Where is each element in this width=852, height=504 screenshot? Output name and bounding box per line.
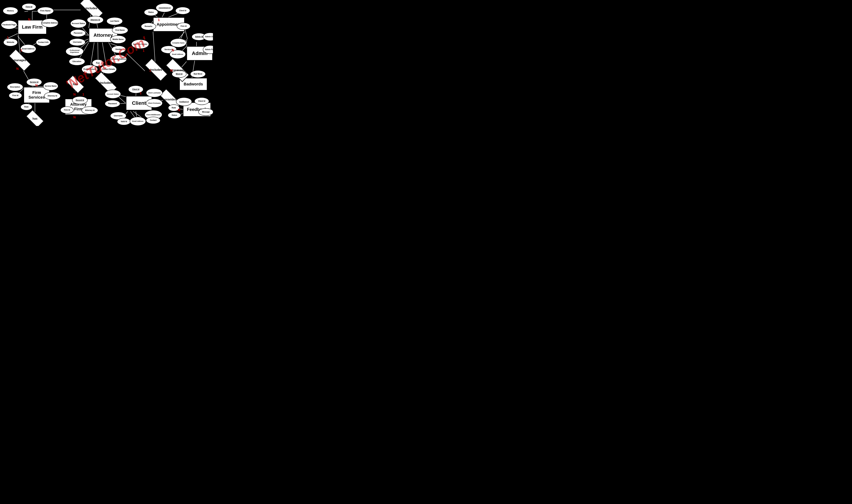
attr-contact-info: Contact Info — [36, 38, 51, 46]
attr-username-att: Username — [69, 38, 85, 46]
attr-feedback-id: Feedback Id — [176, 97, 192, 106]
card-appt-n1: N — [172, 49, 174, 52]
card-has-1: 1 — [82, 93, 84, 96]
attr-first-name: First Name — [112, 26, 128, 34]
attr-attorney-id-fs: Attorney Id — [44, 92, 61, 100]
attr-firm-id-lf: Firm Id — [22, 3, 36, 11]
card-manages-n: N — [16, 67, 19, 71]
attr-appt-id: Appointment Id — [156, 3, 173, 12]
svg-line-1 — [24, 11, 28, 12]
card-appt-1b: 1 — [143, 49, 144, 53]
attr-complete-addr-att: Complete Address — [110, 55, 127, 64]
attr-contact-cl: Contact — [146, 117, 160, 124]
diamond-includes-top: includes — [80, 3, 103, 13]
attr-client-id-fb: Client Id — [194, 97, 209, 105]
attr-prof-exp: Professional Experience — [66, 47, 84, 56]
attr-service-name: Service Name — [43, 82, 58, 90]
card-incl-1: 1 — [149, 69, 151, 73]
attr-contact-details: Contact Details — [100, 65, 117, 74]
card-af-n: N — [73, 93, 76, 96]
attr-middle-name: Middle Name — [110, 35, 126, 43]
card-lf-1: 1 — [7, 36, 9, 40]
attr-remarks: Remarks — [141, 23, 156, 30]
attr-facebook: Facebook Page — [1, 20, 17, 29]
attr-client-firstname: Client Firstname — [146, 98, 162, 108]
attr-bad-word: Bad Word — [190, 70, 206, 78]
card-lf-email: 1 — [20, 49, 22, 52]
attr-email-cl: Email Address — [130, 117, 146, 126]
attr-attorney-id-af: Attorney Id — [82, 106, 98, 114]
attr-attorney-id: Attorney Id — [87, 16, 104, 24]
attr-complete-name-adm: Complete Name — [170, 38, 187, 48]
diamond-has-top: has — [67, 79, 84, 89]
attr-message-fb: Message — [198, 108, 213, 116]
svg-line-69 — [136, 111, 137, 116]
attr-service-id-fs: Service Id — [26, 78, 42, 86]
card-proc-n: N — [170, 69, 173, 73]
attr-profile-pic: Profile Picture — [82, 65, 98, 74]
attr-record-id: Record Id — [72, 96, 88, 104]
attr-rate-fs: Rate — [20, 104, 32, 110]
diamond-includes-mid: includes — [145, 65, 168, 75]
attr-description-fs: Description — [7, 83, 23, 91]
attr-gender: Gender — [111, 46, 126, 53]
card-appt-1: 1 — [158, 18, 160, 22]
attr-account-status-att: Account Status — [70, 19, 87, 28]
card-cl-1: 1 — [140, 91, 142, 95]
attr-password-cl: Password — [105, 100, 120, 108]
card-fs-n: N — [35, 84, 38, 87]
attr-account-status-cl: Account Status — [105, 90, 121, 98]
attr-client-lastname: Client Lastname — [146, 88, 162, 97]
svg-line-29 — [162, 13, 164, 17]
diamond-has-bot: has — [27, 114, 43, 123]
card-af-bot-n: N — [73, 115, 76, 119]
attr-email-lf: Email Address — [20, 44, 36, 53]
attr-admin-user: Admin User — [203, 33, 213, 41]
attr-firm-id-appt: Firm Id — [177, 23, 191, 30]
attr-status-appt: Status — [144, 9, 158, 16]
er-diagram: 'NetTutor.Com' Law Firm Attorney Appoint… — [0, 0, 213, 126]
attr-education: Education — [69, 57, 85, 66]
attr-client-id-appt: Client Id — [175, 7, 190, 15]
attr-ref-number: Reference Number — [131, 39, 149, 49]
card-fb-n: N — [178, 108, 180, 112]
attr-password-att: Password — [70, 29, 86, 37]
attr-firm-id-fs: Firm Id — [9, 92, 22, 99]
card-lf-n: N — [28, 18, 31, 21]
attr-firm-name: Firm Name — [37, 7, 54, 15]
attr-status-fb: Status — [168, 112, 181, 119]
attr-valid-id: Valid Id — [117, 118, 131, 125]
diamond-includes-bot: includes — [94, 78, 117, 88]
attr-complete-addr-lf: Complete Address — [41, 18, 58, 28]
attr-history: History — [3, 7, 18, 15]
diamond-manages: manages — [9, 55, 31, 65]
attr-last-name: Last Name — [106, 17, 123, 25]
attr-website: Website — [3, 38, 18, 46]
svg-line-38 — [127, 53, 145, 71]
attr-firm-id-af: Firm Id — [60, 106, 74, 114]
